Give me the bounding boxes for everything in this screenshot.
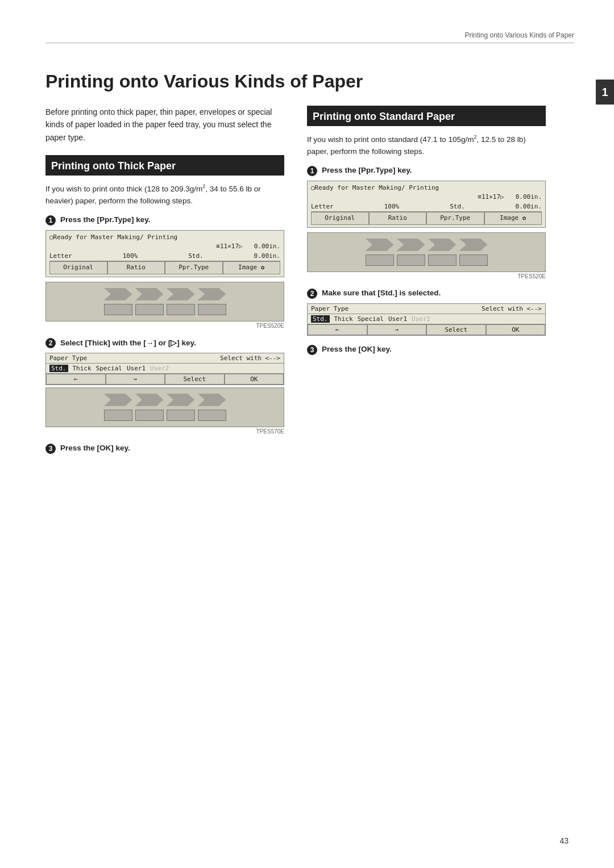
left-step3-label: 3 Press the [OK] key. (45, 444, 284, 454)
pt-btn-select[interactable]: Select (165, 374, 225, 385)
lcd-btn-ratio: Ratio (107, 261, 165, 274)
pt-btn-fwd[interactable]: → (106, 374, 165, 385)
r-pt-btn-fwd[interactable]: → (367, 324, 427, 335)
r1-panel-arrow2 (397, 239, 425, 251)
r-pt-btn-ok[interactable]: OK (486, 324, 546, 335)
pt-opt-std-selected: Std. (49, 365, 68, 372)
right-step1: 1 Press the [Ppr.Type] key. ◯Ready for M… (307, 166, 546, 279)
panel-arrows-left1 (104, 288, 226, 301)
lcd-r1-line1: ◯Ready for Master Making/ Printing (311, 183, 542, 193)
step1-circle-right: 1 (307, 166, 317, 176)
panel-btn4 (198, 304, 226, 315)
panel-btn-c (167, 410, 195, 421)
panel-arrow1 (104, 288, 132, 301)
r-pt-opt-thick: Thick (334, 315, 353, 323)
panel-btn3 (167, 304, 195, 315)
left-column: Before printing onto thick paper, thin p… (45, 106, 284, 463)
panel-arrow-d (198, 394, 226, 406)
left-step3: 3 Press the [OK] key. (45, 444, 284, 454)
left-step2-label: 2 Select [Thick] with the [→] or [▷] key… (45, 338, 284, 348)
panel-graphic-left1 (45, 282, 284, 322)
left-section-body: If you wish to print onto thick (128 to … (45, 182, 284, 207)
r-pt-btn-back[interactable]: ← (308, 324, 367, 335)
lcd-line3: Letter 100% Std. 0.00in. (49, 252, 280, 261)
right-section-body: If you wish to print onto standard (47.1… (307, 133, 546, 158)
lcd-r1-btn-ratio: Ratio (369, 212, 427, 225)
panel-arrows-right1 (366, 239, 488, 251)
lcd-btn-image: Image ✿ (223, 261, 281, 274)
pt-btns-left2: ← → Select OK (46, 374, 284, 385)
right-step1-label: 1 Press the [Ppr.Type] key. (307, 166, 546, 176)
panel-btn-b (135, 410, 164, 421)
panel-arrow-c (167, 394, 195, 406)
r1-panel-arrow3 (428, 239, 457, 251)
panel-graphic-right1 (307, 232, 546, 272)
r-pt-opt-user2: User2 (412, 315, 430, 323)
lcd-r1-btn-pprtype: Ppr.Type (426, 212, 484, 225)
r1-panel-btn2 (397, 254, 425, 266)
pt-options-right2: Std. Thick Special User1 User2 (308, 314, 545, 324)
section-tab: 1 (596, 80, 614, 105)
pt-btn-ok[interactable]: OK (225, 374, 284, 385)
pt-opt-special: Special (96, 365, 122, 372)
r1-panel-arrow1 (366, 239, 394, 251)
pt-opt-user1: User1 (127, 365, 146, 372)
header-text: Printing onto Various Kinds of Paper (464, 31, 574, 39)
lcd-r1-btn-original: Original (311, 212, 369, 225)
lcd-line1: ◯Ready for Master Making/ Printing (49, 233, 280, 243)
right-step1-caption: TPES520E (307, 273, 546, 279)
panel-btn1 (104, 304, 132, 315)
pt-opt-user2: User2 (150, 365, 169, 372)
step3-circle-right: 3 (307, 345, 317, 355)
left-step1-caption: TPES520E (45, 323, 284, 329)
pt-btn-back[interactable]: ← (46, 374, 106, 385)
r-pt-opt-std-selected: Std. (311, 315, 330, 323)
panel-graphic-left2 (45, 387, 284, 427)
lcd-r1-line2: ≡11×17▷ 0.00in. (311, 193, 542, 202)
right-step2-screen: Paper Type Select with <--> Std. Thick S… (307, 303, 546, 336)
page-container: Printing onto Various Kinds of Paper 1 P… (0, 0, 614, 868)
left-step1-screen: ◯Ready for Master Making/ Printing ≡11×1… (45, 230, 284, 277)
lcd-r1-line3: Letter 100% Std. 0.00in. (311, 202, 542, 212)
lcd-r1-btn-image: Image ✿ (484, 212, 542, 225)
pt-options-left2: Std. Thick Special User1 User2 (46, 364, 284, 374)
step1-circle: 1 (45, 215, 56, 226)
panel-arrow-a (104, 394, 132, 406)
pt-opt-thick: Thick (73, 365, 92, 372)
step2-circle-right: 2 (307, 289, 317, 299)
right-column: Printing onto Standard Paper If you wish… (307, 106, 546, 463)
step2-circle: 2 (45, 338, 56, 348)
left-step2: 2 Select [Thick] with the [→] or [▷] key… (45, 338, 284, 435)
page-number: 43 (559, 836, 569, 845)
lcd-line2: ≡11×17▷ 0.00in. (49, 242, 280, 252)
header-line: Printing onto Various Kinds of Paper (45, 31, 574, 43)
right-step2: 2 Make sure that [Std.] is selected. Pap… (307, 289, 546, 336)
r1-panel-arrow4 (459, 239, 488, 251)
right-step3-label: 3 Press the [OK] key. (307, 345, 546, 355)
panel-arrow3 (167, 288, 195, 301)
panel-arrow4 (198, 288, 226, 301)
r1-panel-btn1 (366, 254, 394, 266)
panel-arrow-b (135, 394, 164, 406)
r-pt-btn-select[interactable]: Select (426, 324, 486, 335)
panel-btns-left2 (104, 410, 226, 421)
right-step2-label: 2 Make sure that [Std.] is selected. (307, 289, 546, 299)
panel-btns-right1 (366, 254, 488, 266)
pt-header-left2: Paper Type Select with <--> (46, 353, 284, 364)
right-step3: 3 Press the [OK] key. (307, 345, 546, 355)
panel-btn-d (198, 410, 226, 421)
left-step2-caption: TPES570E (45, 428, 284, 435)
left-step1-label: 1 Press the [Ppr.Type] key. (45, 215, 284, 226)
lcd-btn-pprtype: Ppr.Type (165, 261, 223, 274)
r1-panel-btn3 (428, 254, 457, 266)
left-section-heading: Printing onto Thick Paper (45, 155, 284, 176)
r-pt-opt-user1: User1 (388, 315, 407, 323)
panel-arrows-left2 (104, 394, 226, 406)
lcd-btn-row: Original Ratio Ppr.Type Image ✿ (49, 261, 280, 274)
left-step1: 1 Press the [Ppr.Type] key. ◯Ready for M… (45, 215, 284, 329)
pt-header-right2: Paper Type Select with <--> (308, 304, 545, 314)
pt-btns-right2: ← → Select OK (308, 324, 545, 335)
right-section-heading: Printing onto Standard Paper (307, 106, 546, 126)
two-col-layout: Before printing onto thick paper, thin p… (45, 106, 574, 463)
lcd-display-right1: ◯Ready for Master Making/ Printing ≡11×1… (307, 181, 546, 228)
